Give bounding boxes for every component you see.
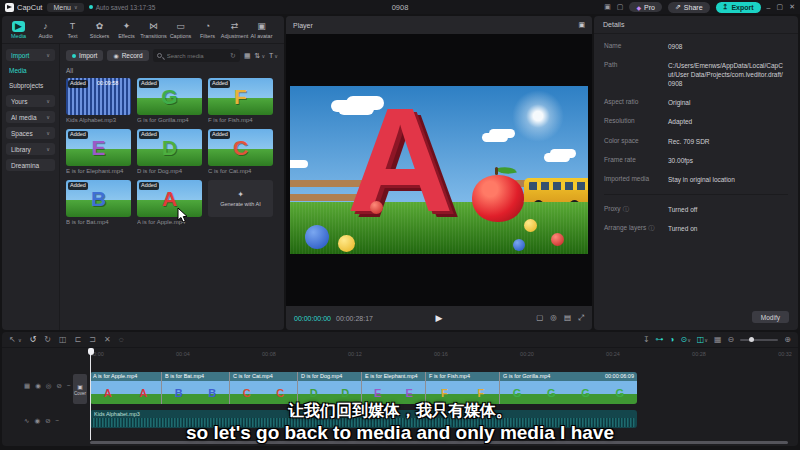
sidebar-item-dreamina[interactable]: Dreamina: [6, 159, 55, 171]
import-button[interactable]: Import: [66, 50, 103, 61]
zoom-slider[interactable]: [740, 339, 778, 341]
grid-view-icon[interactable]: ▦: [244, 52, 251, 60]
close-button[interactable]: ✕: [789, 3, 795, 11]
sidebar-item-library[interactable]: Library∨: [6, 143, 55, 155]
sun-graphic: [510, 88, 566, 144]
audio-track-clip[interactable]: Kids Alphabet.mp3: [90, 410, 637, 428]
delete-right-button[interactable]: ⊐: [89, 335, 96, 344]
clip-end-timecode: 00:00:06:09: [605, 372, 634, 381]
timeline-clip-b[interactable]: B is for Bat.mp4 BB: [162, 372, 230, 404]
zoom-out-button[interactable]: ⊖: [728, 335, 735, 344]
mute-track-icon[interactable]: ⊘: [57, 382, 62, 390]
media-item-b[interactable]: Added B B is for Bat.mp4: [66, 180, 131, 225]
tab-transitions[interactable]: ⋈Transitions: [140, 21, 167, 39]
mute-track-icon[interactable]: ⊘: [45, 417, 50, 425]
sidebar-item-yours[interactable]: Yours∨: [6, 95, 55, 107]
maximize-button[interactable]: ▢: [777, 3, 784, 11]
collapse-track-icon[interactable]: −: [67, 382, 71, 390]
collapse-track-icon[interactable]: −: [56, 417, 60, 425]
menu-button[interactable]: Menu ∨: [47, 3, 83, 12]
panel-expand-icon[interactable]: ▣: [578, 21, 585, 29]
minimize-button[interactable]: –: [767, 4, 771, 11]
timeline-clip-a[interactable]: A is for Apple.mp4 AA: [90, 372, 162, 404]
sidebar-item-subprojects[interactable]: Subprojects: [6, 80, 55, 91]
sidebar-item-ai-media[interactable]: AI media∨: [6, 111, 55, 123]
media-item-a[interactable]: Added A A is for Apple.mp4: [137, 180, 202, 225]
track-mode-icon[interactable]: ◫∨: [697, 335, 708, 344]
redo-button[interactable]: ↻: [44, 335, 51, 344]
zoom-in-button[interactable]: ⊕: [784, 335, 791, 344]
delete-button[interactable]: ✕: [104, 335, 111, 344]
filter-type-icon[interactable]: T∨: [269, 52, 278, 59]
history-icon[interactable]: ↻: [230, 52, 236, 60]
thumbnail-toggle-icon[interactable]: ▦: [24, 382, 30, 390]
select-tool[interactable]: ↖ ∨: [9, 335, 22, 344]
media-item-c[interactable]: Added C C is for Cat.mp4: [208, 129, 273, 174]
quality-icon[interactable]: ▤: [564, 313, 571, 323]
sticker-icon: ✿: [96, 21, 104, 32]
play-button[interactable]: ▶: [436, 313, 443, 323]
ratio-icon[interactable]: ▢: [536, 313, 543, 323]
modify-button[interactable]: Modify: [752, 311, 789, 323]
layout-toggle-icon[interactable]: ▣: [604, 3, 611, 11]
cover-button[interactable]: ▣ Cover: [73, 374, 87, 404]
mirror-button[interactable]: ◌: [119, 335, 124, 344]
media-grid: Added 00:09:58 Kids Alphabet.mp3 Added G…: [66, 78, 278, 225]
media-item-audio[interactable]: Added 00:09:58 Kids Alphabet.mp3: [66, 78, 131, 123]
hide-track-icon[interactable]: ◎: [46, 382, 52, 390]
timeline-clip-f[interactable]: F is for Fish.mp4 FF: [426, 372, 500, 404]
tab-text[interactable]: TText: [59, 21, 86, 39]
download-icon[interactable]: ↧: [643, 335, 650, 344]
record-button[interactable]: ◉Record: [107, 50, 148, 61]
media-item-f[interactable]: Added F F is for Fish.mp4: [208, 78, 273, 123]
media-item-e[interactable]: Added E E is for Elephant.mp4: [66, 129, 131, 174]
duration-label: 00:09:58: [97, 80, 118, 88]
search-box[interactable]: ↻: [153, 49, 240, 62]
undo-button[interactable]: ↺: [30, 335, 37, 344]
timeline-ruler[interactable]: 00:00 00:04 00:08 00:12 00:16 00:20 00:2…: [90, 348, 792, 360]
fullscreen-icon[interactable]: ⤢: [578, 313, 584, 323]
preview-quality-icon[interactable]: ▦: [714, 335, 722, 344]
pro-button[interactable]: ◆ Pro: [629, 2, 662, 12]
generate-with-ai-tile[interactable]: ✦ Generate with AI: [208, 180, 273, 225]
layout-icon[interactable]: ▢: [617, 3, 624, 11]
search-input[interactable]: [165, 52, 227, 60]
tab-captions[interactable]: ▭Captions: [167, 21, 194, 39]
tab-media[interactable]: ▶Media: [5, 21, 32, 39]
auto-snap-icon[interactable]: ⊙∨: [680, 335, 690, 344]
sort-icon[interactable]: ⇅∨: [255, 52, 266, 60]
tab-filters[interactable]: ◔Filters: [194, 21, 221, 39]
focus-icon[interactable]: ◎: [550, 313, 557, 323]
video-preview[interactable]: A: [286, 34, 592, 306]
tab-stickers[interactable]: ✿Stickers: [86, 21, 113, 39]
timeline-clip-c[interactable]: C is for Cat.mp4 CC: [230, 372, 298, 404]
chevron-down-icon: ∨: [46, 98, 50, 104]
sidebar-item-import[interactable]: Import∨: [6, 49, 55, 61]
magnet-snap-icon[interactable]: ⊶: [656, 335, 664, 344]
export-button[interactable]: ↥ Export: [716, 2, 761, 13]
media-item-g[interactable]: Added G G is for Gorilla.mp4: [137, 78, 202, 123]
playhead[interactable]: [90, 348, 91, 440]
timeline-clip-e[interactable]: E is for Elephant.mp4 EE: [362, 372, 426, 404]
delete-left-button[interactable]: ⊏: [75, 335, 82, 344]
tab-adjustment[interactable]: ⇄Adjustment: [221, 21, 248, 39]
timeline-clip-g[interactable]: G is for Gorilla.mp400:00:06:09 GGGG: [500, 372, 637, 404]
lock-icon[interactable]: ◉: [35, 382, 41, 390]
timeline-clip-d[interactable]: D is for Dog.mp4 DD: [298, 372, 362, 404]
chevron-down-icon: ∨: [46, 52, 50, 58]
lock-icon[interactable]: ◉: [34, 417, 40, 425]
link-clips-icon[interactable]: ◑: [670, 335, 675, 344]
tab-ai-avatar[interactable]: ▣AI avatar: [248, 21, 275, 39]
ai-avatar-icon: ▣: [257, 21, 266, 32]
sidebar-item-media[interactable]: Media: [6, 65, 55, 76]
sidebar-item-spaces[interactable]: Spaces∨: [6, 127, 55, 139]
media-item-d[interactable]: Added D D is for Dog.mp4: [137, 129, 202, 174]
tab-effects[interactable]: ✦Effects: [113, 21, 140, 39]
audio-track-controls: ∿ ◉ ⊘ −: [24, 417, 59, 425]
tab-audio[interactable]: ♪Audio: [32, 21, 59, 39]
waveform-icon[interactable]: ∿: [24, 417, 29, 425]
share-button[interactable]: ⇗ Share: [668, 2, 710, 13]
video-thumbnail: Added G: [137, 78, 202, 115]
timeline-scrollbar[interactable]: [90, 441, 788, 444]
split-button[interactable]: ◫: [59, 335, 67, 344]
